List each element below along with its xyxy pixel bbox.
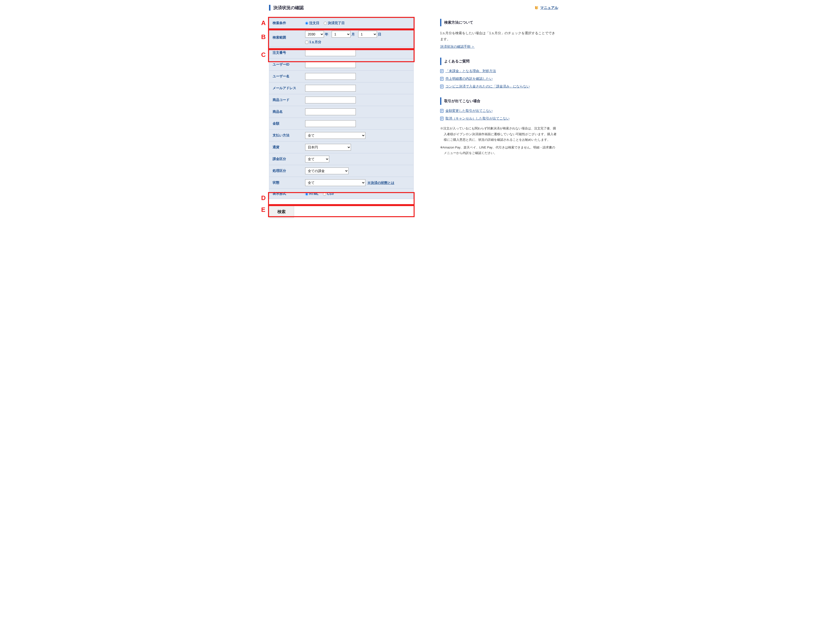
list-item: 取消（キャンセル）した取引が出てこない xyxy=(440,116,558,121)
user-id-input[interactable] xyxy=(305,61,356,68)
list-item: 「未課金」となる理由、対処方法 xyxy=(440,69,558,73)
faq-link-2[interactable]: 売上明細書の内訳を確認したい xyxy=(445,76,493,81)
product-name-input[interactable] xyxy=(305,108,356,115)
product-code-label: 商品コード xyxy=(269,94,303,106)
process-category-select[interactable]: 全ての課金 xyxy=(305,167,348,174)
faq-list: 「未課金」となる理由、対処方法 売上明細書の内訳を確認したい コンビニ決済で入金… xyxy=(440,69,558,89)
charge-category-select[interactable]: 全て xyxy=(305,156,329,162)
email-label: メールアドレス xyxy=(269,83,303,94)
search-button[interactable]: 検索 xyxy=(269,205,294,218)
user-name-label: ユーザー名 xyxy=(269,71,303,83)
search-form-table: 検索条件 注文日 決済完了日 検索範囲 2030年 1月 1日 xyxy=(269,18,414,199)
status-select[interactable]: 全て xyxy=(305,179,365,186)
list-item: コンビニ決済で入金されたのに「課金済み」にならない xyxy=(440,84,558,89)
search-procedure-link[interactable]: 決済状況の確認手順 ＞ xyxy=(440,45,475,48)
user-name-input[interactable] xyxy=(305,73,356,80)
payment-method-label: 支払い方法 xyxy=(269,129,303,142)
document-icon xyxy=(440,109,443,113)
product-code-input[interactable] xyxy=(305,97,356,103)
payment-method-select[interactable]: 全て xyxy=(305,132,365,139)
search-condition-label: 検索条件 xyxy=(269,18,303,28)
marker-b: B xyxy=(261,33,266,41)
list-item: 売上明細書の内訳を確認したい xyxy=(440,76,558,81)
document-icon xyxy=(440,117,443,120)
document-icon xyxy=(440,84,443,89)
year-unit: 年 xyxy=(325,32,328,36)
note-1: ※注文が入っているにも関わらず対象決済が検索されない場合は、注文完了後、購入者様… xyxy=(440,126,558,142)
radio-html[interactable]: HTML xyxy=(305,192,319,196)
status-label: 状態 xyxy=(269,177,303,189)
currency-label: 通貨 xyxy=(269,142,303,153)
user-id-label: ユーザーID xyxy=(269,59,303,71)
list-item: 金額変更した取引が出てこない xyxy=(440,109,558,113)
charge-category-label: 課金区分 xyxy=(269,153,303,165)
month-unit: 月 xyxy=(351,32,355,36)
page-title: 決済状況の確認 xyxy=(269,5,304,11)
year-select[interactable]: 2030 xyxy=(305,31,324,37)
day-unit: 日 xyxy=(378,32,381,36)
document-icon xyxy=(440,69,443,73)
search-method-text: 1ヵ月分を検索をしたい場合は「1ヵ月分」のチェックを選択することでできます。 xyxy=(440,30,558,42)
note-2: ※Amazon Pay、楽天ペイ、LINE Pay、代引きは検索できません。明細… xyxy=(440,145,558,156)
radio-order-date[interactable]: 注文日 xyxy=(305,21,319,25)
month-select[interactable]: 1 xyxy=(332,31,351,37)
currency-select[interactable]: 日本円 xyxy=(305,144,351,151)
product-name-label: 商品名 xyxy=(269,106,303,118)
faq-link-3[interactable]: コンビニ決済で入金されたのに「課金済み」にならない xyxy=(445,84,530,89)
search-range-label: 検索範囲 xyxy=(269,28,303,47)
order-number-label: 注文番号 xyxy=(269,47,303,59)
section-title-search-method: 検索方法について xyxy=(440,19,558,26)
day-select[interactable]: 1 xyxy=(358,31,377,37)
status-hint-link[interactable]: ※決済の状態とは xyxy=(367,181,394,185)
manual-link[interactable]: マニュアル xyxy=(534,6,558,10)
display-format-label: 表示形式 xyxy=(269,189,303,199)
document-icon xyxy=(440,77,443,81)
faq-link-1[interactable]: 「未課金」となる理由、対処方法 xyxy=(445,69,496,73)
manual-link-label: マニュアル xyxy=(540,6,558,10)
process-category-label: 処理区分 xyxy=(269,165,303,177)
amount-input[interactable] xyxy=(305,120,356,127)
section-title-notfound: 取引が出てこない場合 xyxy=(440,97,558,105)
order-number-input[interactable] xyxy=(305,50,356,56)
marker-a: A xyxy=(261,19,266,27)
section-title-faq: よくあるご質問 xyxy=(440,58,558,65)
radio-csv[interactable]: CSV xyxy=(323,192,334,196)
notfound-link-1[interactable]: 金額変更した取引が出てこない xyxy=(445,109,493,113)
notes-block: ※注文が入っているにも関わらず対象決済が検索されない場合は、注文完了後、購入者様… xyxy=(440,126,558,156)
amount-label: 金額 xyxy=(269,118,303,129)
notfound-list: 金額変更した取引が出てこない 取消（キャンセル）した取引が出てこない xyxy=(440,109,558,121)
marker-e: E xyxy=(261,206,265,214)
book-icon xyxy=(534,6,539,10)
notfound-link-2[interactable]: 取消（キャンセル）した取引が出てこない xyxy=(445,116,510,121)
one-month-checkbox[interactable]: 1ヵ月分 xyxy=(305,40,321,44)
email-input[interactable] xyxy=(305,85,356,92)
marker-c: C xyxy=(261,51,266,59)
marker-d: D xyxy=(261,194,266,202)
radio-settle-date[interactable]: 決済完了日 xyxy=(324,21,345,25)
